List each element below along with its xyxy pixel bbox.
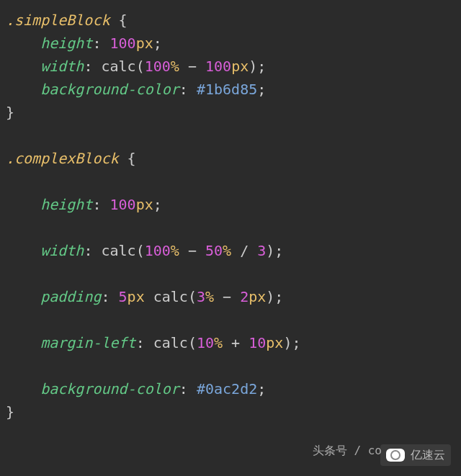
css-value: #1b6d85 xyxy=(197,81,257,98)
css-prop: height xyxy=(40,35,92,52)
cloud-icon xyxy=(386,449,405,462)
brand-label: 亿速云 xyxy=(411,446,445,464)
brace-open: { xyxy=(119,12,127,29)
css-value: 100px xyxy=(110,35,153,52)
brand-watermark: 亿速云 xyxy=(380,444,451,466)
css-prop: background-color xyxy=(40,380,179,398)
css-prop: margin-left xyxy=(40,334,135,351)
css-prop: width xyxy=(40,242,84,259)
css-value: calc(10% + 10px) xyxy=(153,334,292,351)
code-block: .simpleBlock { height: 100px; width: cal… xyxy=(0,0,461,432)
css-prop: background-color xyxy=(40,81,179,98)
css-prop: width xyxy=(40,58,84,75)
brace-open: { xyxy=(127,150,136,167)
css-value: 5px calc(3% − 2px) xyxy=(119,288,275,305)
css-value: 100px xyxy=(110,196,153,213)
css-prop: padding xyxy=(40,288,101,305)
css-prop: height xyxy=(40,196,92,213)
selector: .simpleBlock xyxy=(6,12,110,29)
brace-close: } xyxy=(6,403,14,421)
css-value: calc(100% − 100px) xyxy=(101,58,257,75)
css-value: calc(100% − 50% / 3) xyxy=(101,242,274,259)
brace-close: } xyxy=(6,104,14,121)
css-value: #0ac2d2 xyxy=(197,380,257,398)
selector: .complexBlock xyxy=(6,150,119,167)
source-watermark: 头条号 / co xyxy=(313,441,382,460)
